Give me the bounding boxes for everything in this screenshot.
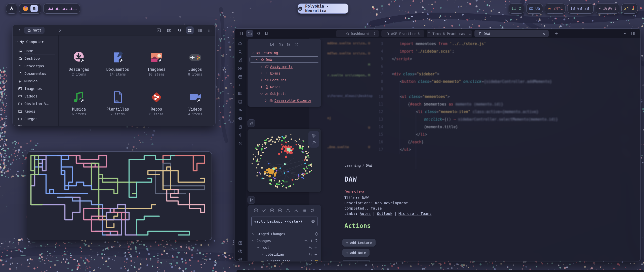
ribbon-code-percent-icon[interactable] bbox=[238, 108, 243, 112]
tree-item-subjects[interactable]: Subjects bbox=[260, 91, 287, 97]
filter-wand-icon[interactable] bbox=[311, 141, 316, 145]
list-view-icon[interactable] bbox=[198, 28, 203, 33]
back-button[interactable] bbox=[17, 28, 22, 33]
discard-icon[interactable] bbox=[308, 253, 312, 256]
tree-item-exams[interactable]: Exams bbox=[260, 70, 280, 76]
sidebar-item-repos[interactable]: Repos bbox=[18, 108, 57, 115]
button--add-note[interactable]: + Add Note bbox=[342, 249, 370, 257]
git-row-root[interactable]: root bbox=[256, 245, 269, 251]
search-icon[interactable] bbox=[177, 28, 182, 33]
terminal-icon[interactable]: $_ bbox=[156, 28, 161, 33]
tree-item-assignments[interactable]: Assignments bbox=[260, 63, 293, 70]
bookmark-icon[interactable] bbox=[264, 31, 269, 36]
sidebar-item-musica[interactable]: Musica bbox=[18, 78, 57, 84]
tab-tema-6-pr-cticas-[interactable]: Tema 6 Prácticas -… bbox=[427, 30, 472, 37]
git-collapse-button[interactable] bbox=[248, 196, 255, 204]
sidebar-toggle-icon[interactable] bbox=[238, 31, 243, 36]
sidebar-item-obsidian-v-[interactable]: Obsidian V… bbox=[18, 100, 57, 107]
folder-documentos[interactable]: Documentos14 items bbox=[99, 50, 137, 76]
firefox-app-button[interactable] bbox=[22, 6, 29, 12]
discard-icon[interactable] bbox=[304, 259, 308, 262]
sidebar-item-partial[interactable] bbox=[18, 123, 57, 126]
folder-imagenes[interactable]: Imagenes10 items bbox=[138, 50, 175, 76]
discard-icon[interactable] bbox=[308, 246, 312, 250]
ribbon-gear-icon[interactable] bbox=[238, 257, 243, 261]
commit-push-icon[interactable] bbox=[254, 208, 258, 213]
sidebar-section-header[interactable]: My Computer bbox=[15, 40, 44, 44]
volume-module[interactable]: 100% bbox=[596, 4, 619, 14]
tab-dashboard[interactable]: Dashboard bbox=[336, 30, 379, 37]
commit-icon[interactable] bbox=[262, 208, 266, 213]
new-folder-icon[interactable] bbox=[278, 42, 283, 47]
stage-icon[interactable] bbox=[314, 253, 318, 256]
gear-icon[interactable] bbox=[311, 133, 316, 138]
tree-item-lectures[interactable]: Lectures bbox=[260, 77, 287, 83]
media-pill[interactable]: Polyphia - Neurotica bbox=[298, 4, 348, 14]
refresh-icon[interactable] bbox=[310, 208, 315, 213]
sidebar-item-descargas[interactable]: Descargas bbox=[18, 63, 57, 69]
new-tab-button[interactable] bbox=[554, 31, 558, 36]
ribbon-cards-icon[interactable] bbox=[238, 66, 243, 71]
git-row-graph-json[interactable]: graph.json bbox=[265, 258, 291, 261]
new-folder-icon[interactable] bbox=[167, 28, 172, 33]
link-microsoft-teams[interactable]: Microsoft Teams bbox=[398, 212, 431, 216]
folder-musica[interactable]: Musica6 items bbox=[60, 90, 98, 116]
ribbon-dollar-icon[interactable] bbox=[238, 133, 243, 137]
stage-icon[interactable] bbox=[314, 246, 318, 250]
pull-icon[interactable] bbox=[294, 208, 299, 213]
new-note-icon[interactable] bbox=[270, 42, 274, 47]
git-row--obsidian[interactable]: .obsidian bbox=[261, 251, 284, 257]
stage-all-icon[interactable] bbox=[270, 208, 274, 213]
weather-module[interactable]: 24°C bbox=[545, 4, 566, 14]
ribbon-graph-icon[interactable] bbox=[238, 58, 243, 62]
files-view-button[interactable] bbox=[246, 30, 253, 37]
folder-juegos[interactable]: Juegos8 items bbox=[176, 50, 214, 76]
note-breadcrumb[interactable]: Learning/DAW bbox=[344, 163, 372, 167]
link-outlook[interactable]: Outlook bbox=[377, 212, 392, 216]
stage-icon[interactable] bbox=[310, 239, 313, 243]
push-icon[interactable] bbox=[286, 208, 291, 213]
ribbon-table-icon[interactable] bbox=[238, 91, 243, 96]
ribbon-search-icon[interactable] bbox=[238, 50, 243, 54]
clock-module[interactable]: 18:08:28 bbox=[568, 4, 594, 14]
tab-asp-practice-6[interactable]: ASP Practice 6 bbox=[381, 30, 424, 37]
updates-module[interactable]: 11 bbox=[509, 4, 524, 14]
unstage-icon[interactable] bbox=[310, 232, 313, 236]
discard-icon[interactable] bbox=[304, 239, 308, 243]
ribbon-layout-icon[interactable] bbox=[238, 99, 243, 104]
tree-item-notes[interactable]: Notes bbox=[260, 84, 280, 90]
tree-item-learning[interactable]: Learning bbox=[251, 50, 278, 56]
document-app-app-button[interactable] bbox=[30, 5, 38, 12]
sort-icon[interactable] bbox=[286, 42, 291, 47]
grid-view-icon[interactable] bbox=[187, 28, 192, 33]
tree-item-desarrollo-cliente[interactable]: Desarrollo-Cliente bbox=[264, 97, 311, 104]
ribbon-help-icon[interactable] bbox=[238, 249, 243, 254]
sidebar-item-home[interactable]: Home bbox=[18, 48, 57, 54]
ribbon-swords-icon[interactable] bbox=[238, 141, 243, 146]
tab-daw[interactable]: DAW bbox=[474, 30, 549, 37]
search-icon[interactable] bbox=[257, 31, 261, 36]
commit-message-input[interactable] bbox=[251, 217, 317, 226]
ribbon-convert-icon[interactable] bbox=[238, 124, 243, 129]
ribbon-vault-icon[interactable] bbox=[238, 241, 243, 245]
folder-videos[interactable]: Videos4 items bbox=[176, 90, 214, 116]
tab-list-icon[interactable] bbox=[623, 31, 627, 36]
file-list-icon[interactable] bbox=[302, 208, 307, 213]
folder-repos[interactable]: Repos6 items bbox=[138, 90, 175, 116]
graph-collapse-button[interactable] bbox=[248, 119, 255, 127]
unstage-all-icon[interactable] bbox=[278, 208, 283, 213]
stage-icon[interactable] bbox=[310, 259, 313, 262]
link-aules[interactable]: Aules bbox=[360, 212, 371, 216]
sidebar-item-juegos[interactable]: Juegos bbox=[18, 116, 57, 122]
clear-message-icon[interactable] bbox=[311, 219, 315, 223]
sidebar-item-videos[interactable]: Videos bbox=[18, 93, 57, 99]
folder-plantillas[interactable]: Plantillas7 items bbox=[99, 90, 137, 116]
git-row-changes[interactable]: Changes bbox=[252, 238, 271, 244]
launcher-button[interactable] bbox=[6, 4, 17, 14]
partial-button[interactable] bbox=[342, 260, 371, 261]
ribbon-calendar-icon[interactable] bbox=[238, 75, 243, 79]
tree-item-daw[interactable]: DAW bbox=[255, 57, 272, 63]
breadcrumb[interactable]: matt bbox=[24, 27, 45, 34]
ribbon-terminal-icon[interactable] bbox=[238, 83, 243, 87]
notifications-module[interactable]: 24 bbox=[621, 4, 637, 14]
